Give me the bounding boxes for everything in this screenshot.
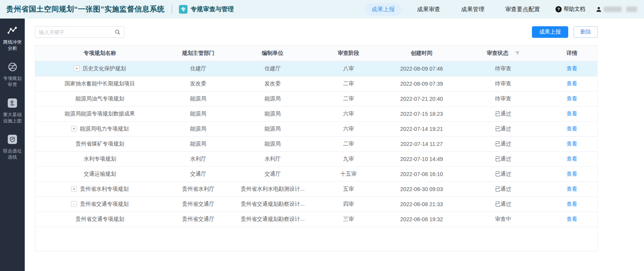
plan-name-cell: 交通运输规划 (35, 166, 164, 181)
table-row[interactable]: + 贵州省水利专项规划 贵州省水利厅 贵州省水利水电勘测设计... 五审 202… (35, 181, 597, 196)
created-cell: 2022-07-14 19:21 (383, 121, 459, 136)
table-row[interactable]: - 贵州省交通专项规划 贵州省交通厅 贵州省交通规划勘察设计... 四审 202… (35, 196, 597, 212)
status-filter-icon[interactable] (515, 51, 520, 55)
plan-name: 能源局电力专项规划 (80, 125, 129, 132)
view-detail-link[interactable]: 查看 (567, 125, 578, 132)
plan-name-cell: 贵州省煤矿专项规划 (35, 136, 164, 151)
sidebar-item-special-plan-review[interactable]: 专项规划审查 (0, 62, 25, 88)
stage-cell: 四审 (313, 196, 384, 212)
detail-cell: 查看 (547, 61, 597, 76)
table-header-row: 专项规划名称 规划主管部门 编制单位 审查阶段 创建时间 审查状态 (35, 46, 597, 61)
table-row[interactable]: 能源局油气专项规划 能源局 能源局 二审 2022-07-21 20:40 待审… (35, 91, 597, 106)
module-title: 专规审查与管理 (191, 5, 234, 14)
sidebar-item-joint-site-selection[interactable]: 联合选址选线 (0, 134, 25, 160)
col-header-stage: 审查阶段 (313, 46, 384, 61)
view-detail-link[interactable]: 查看 (567, 186, 578, 192)
status-cell: 待审查 (460, 61, 547, 76)
expand-toggle[interactable]: - (71, 201, 77, 207)
stage-cell: 二审 (313, 76, 384, 91)
unit-cell: 交通厅 (232, 166, 313, 181)
created-cell: 2022-08-09 07:46 (383, 61, 459, 76)
table-row[interactable]: + 能源局电力专项规划 能源局 能源局 六审 2022-07-14 19:21 … (35, 121, 597, 136)
stage-cell: 五审 (313, 181, 384, 196)
view-detail-link[interactable]: 查看 (567, 141, 578, 147)
detail-cell: 查看 (547, 181, 597, 196)
plan-name: 交通运输规划 (83, 171, 116, 178)
header-divider (172, 5, 172, 14)
special-plan-review-icon (7, 62, 17, 72)
table-row[interactable]: + 历史文化保护规划 住建厅 住建厅 八审 2022-08-09 07:46 待… (35, 61, 597, 76)
stage-cell: 二审 (313, 91, 384, 106)
view-detail-link[interactable]: 查看 (567, 80, 578, 86)
unit-cell: 水利厅 (232, 151, 313, 166)
unit-cell: 能源局 (232, 136, 313, 151)
sidebar-item-infrastructure-map[interactable]: 重大基础设施上图 (0, 98, 25, 124)
nav-results-review[interactable]: 成果审查 (412, 3, 446, 16)
nav-results-manage[interactable]: 成果管理 (456, 3, 490, 16)
view-detail-link[interactable]: 查看 (567, 216, 578, 222)
plan-name: 能源局能源专项规划数据成果 (65, 110, 135, 117)
view-detail-link[interactable]: 查看 (567, 156, 578, 162)
status-cell: 已通过 (460, 136, 547, 151)
view-detail-link[interactable]: 查看 (567, 95, 578, 102)
detail-cell: 查看 (547, 121, 597, 136)
table-row[interactable]: 交通运输规划 交通厅 交通厅 十五审 2022-07-08 16:10 已通过 … (35, 166, 597, 181)
dept-cell: 能源局 (164, 106, 232, 121)
col-header-status: 审查状态 (460, 46, 547, 61)
plans-table-card: 专项规划名称 规划主管部门 编制单位 审查阶段 创建时间 审查状态 (35, 45, 598, 251)
dept-cell: 能源局 (164, 121, 232, 136)
app-header: 贵州省国土空间规划“一张图”实施监督信息系统 专 专规审查与管理 成果上报 成果… (0, 0, 644, 19)
plan-name: 贵州省煤矿专项规划 (75, 141, 124, 147)
view-detail-link[interactable]: 查看 (567, 65, 578, 71)
help-doc-link[interactable]: ? 帮助文档 (555, 6, 585, 13)
dept-cell: 能源局 (164, 136, 232, 151)
table-row[interactable]: 贵州省交通专项规划 贵州省交通厅 贵州省交通规划勘察设计... 三审 2022-… (35, 212, 597, 227)
delete-button[interactable]: 删除 (574, 26, 598, 38)
table-row[interactable]: 水利专项规划 水利厅 水利厅 九审 2022-07-10 14:49 已通过 查… (35, 151, 597, 166)
plan-name-cell: 水利专项规划 (35, 151, 164, 166)
created-cell: 2022-07-14 11:27 (383, 136, 459, 151)
status-cell: 待审查 (460, 76, 547, 91)
unit-cell: 能源局 (232, 106, 313, 121)
expand-toggle[interactable]: + (74, 66, 80, 71)
plan-name-cell: + 贵州省水利专项规划 (35, 181, 164, 196)
unit-cell: 贵州省水利水电勘测设计... (232, 181, 313, 196)
table-row[interactable]: 国家抽水蓄能中长期规划项目 发改委 发改委 二审 2022-08-09 07:3… (35, 76, 597, 91)
user-account[interactable] (595, 6, 637, 13)
dept-cell: 住建厅 (164, 61, 232, 76)
search-icon[interactable] (115, 29, 120, 35)
search-input[interactable] (39, 29, 115, 35)
nav-review-config[interactable]: 审查要点配置 (500, 3, 545, 16)
sidebar-item-conflict-analysis[interactable]: 两线冲突分析 (0, 25, 25, 51)
plan-name-cell: 贵州省交通专项规划 (35, 212, 164, 227)
report-results-button[interactable]: 成果上报 (532, 26, 568, 38)
view-detail-link[interactable]: 查看 (567, 171, 578, 177)
status-cell: 已通过 (460, 151, 547, 166)
created-cell: 2022-08-09 07:39 (383, 76, 459, 91)
expand-toggle[interactable]: + (71, 186, 77, 192)
detail-cell: 查看 (547, 76, 597, 91)
plans-table: 专项规划名称 规划主管部门 编制单位 审查阶段 创建时间 审查状态 (35, 46, 597, 227)
dept-cell: 发改委 (164, 76, 232, 91)
table-row[interactable]: 贵州省煤矿专项规划 能源局 能源局 二审 2022-07-14 11:27 已通… (35, 136, 597, 151)
nav-results-report[interactable]: 成果上报 (365, 3, 402, 16)
infrastructure-map-icon (7, 98, 17, 108)
created-cell: 2022-07-21 20:40 (383, 91, 459, 106)
plan-name: 贵州省水利专项规划 (80, 186, 129, 193)
view-detail-link[interactable]: 查看 (567, 201, 578, 207)
status-cell: 审查中 (460, 212, 547, 227)
unit-cell: 能源局 (232, 91, 313, 106)
status-cell: 待审查 (460, 91, 547, 106)
sidebar-item-label: 重大基础设施上图 (3, 112, 22, 124)
dept-cell: 贵州省交通厅 (164, 212, 232, 227)
question-circle-icon: ? (555, 6, 562, 12)
help-doc-label: 帮助文档 (564, 6, 585, 13)
dept-cell: 交通厅 (164, 166, 232, 181)
table-row[interactable]: 能源局能源专项规划数据成果 能源局 能源局 六审 2022-07-15 18:2… (35, 106, 597, 121)
plan-name-cell: 国家抽水蓄能中长期规划项目 (35, 76, 164, 91)
main-content: 成果上报 删除 专项规划名称 规划主管部门 编制单位 审查阶段 创建时间 审查状… (25, 19, 644, 271)
status-cell: 已通过 (460, 166, 547, 181)
created-cell: 2022-07-10 14:49 (383, 151, 459, 166)
expand-toggle[interactable]: + (71, 126, 77, 132)
view-detail-link[interactable]: 查看 (567, 110, 578, 117)
